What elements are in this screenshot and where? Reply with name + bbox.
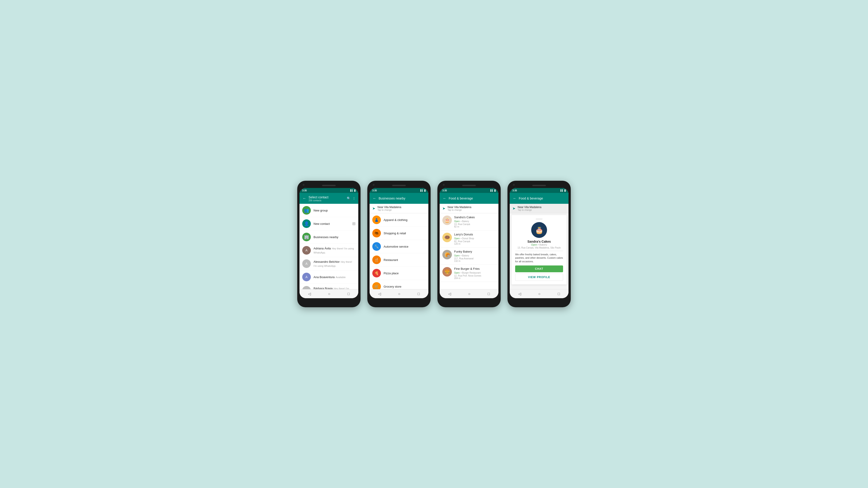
phone-bottom-2 (370, 298, 428, 305)
drag-handle (536, 219, 542, 219)
phone-2: 3:35 ▌▌ ▓ ← Businesses nearby ➤ Near Vil… (367, 181, 431, 307)
biz-larrys-info: Larry's Donuts Open • Donut Shop 82, Rua… (454, 233, 496, 245)
cat-auto-icon: 🔧 (372, 242, 381, 251)
back-button-4[interactable]: ← (513, 196, 517, 200)
back-nav-4[interactable]: ◁ (518, 292, 521, 296)
avatar-ana: A (302, 273, 311, 281)
biz-larrys[interactable]: 🍩 Larry's Donuts Open • Donut Shop 82, R… (440, 230, 498, 248)
cat-shopping[interactable]: 🛍 Shopping & retail (370, 227, 428, 240)
more-icon-1[interactable]: ⋮ (352, 197, 355, 200)
new-group-item[interactable]: 👥 New group (300, 204, 358, 217)
contact-ana[interactable]: A Ana Boaventura Available (300, 270, 358, 284)
back-button-2[interactable]: ← (372, 196, 377, 200)
cat-auto-label: Automotive service (383, 245, 408, 248)
qr-icon[interactable]: ⊞ (352, 221, 355, 226)
location-bar-2[interactable]: ➤ Near Vila Madalena Tap to change (370, 204, 428, 213)
new-contact-label: New contact (313, 222, 330, 225)
back-button-1[interactable]: ← (302, 196, 307, 200)
contact-ana-name: Ana Boaventura (313, 275, 335, 279)
biz-funky[interactable]: 🥐 Funky Bakery Open • Bakery 217, Rua Ar… (440, 248, 498, 265)
cat-apparel[interactable]: 👗 Apparel & clothing (370, 213, 428, 227)
bottom-nav-1: ◁ ○ □ (300, 289, 358, 298)
biz-burger-type: • Burger Restaurant (461, 271, 480, 274)
back-button-3[interactable]: ← (442, 196, 447, 200)
view-profile-button-4[interactable]: VIEW PROFILE (515, 273, 563, 281)
biz-card-container: 🎂 Sandra's Cakes Open • Bakery 13, Rua C… (510, 213, 568, 289)
back-nav-1[interactable]: ◁ (308, 292, 311, 296)
home-nav-3[interactable]: ○ (468, 292, 470, 296)
home-nav-1[interactable]: ○ (328, 292, 330, 296)
chat-button-4[interactable]: CHAT (515, 265, 563, 272)
location-bar-3[interactable]: ➤ Near Vila Madalena Tap to change (440, 204, 498, 213)
cat-restaurant[interactable]: 🍴 Restaurant (370, 253, 428, 267)
status-icons-1: ▌▌ ▓ (350, 189, 355, 192)
home-nav-4[interactable]: ○ (538, 292, 540, 296)
cat-grocery[interactable]: 🛒 Grocery store (370, 280, 428, 289)
phone-bottom-4 (510, 298, 568, 305)
biz-funky-open: Open (454, 254, 460, 257)
back-nav-3[interactable]: ◁ (448, 292, 451, 296)
cat-apparel-icon: 👗 (372, 216, 381, 224)
contact-ale-text: Alessandro Belchior Hey there! I'm using… (313, 260, 355, 268)
biz-sandras-addr: 13, Rua Caropá (454, 223, 496, 225)
toolbar-4: ← Food & beverage (510, 193, 568, 204)
contact-barbara[interactable]: B Bárbara Braga Hey there! I'm using Wha… (300, 284, 358, 289)
location-icon-4: ➤ (513, 206, 515, 210)
cat-auto[interactable]: 🔧 Automotive service (370, 240, 428, 253)
biz-burger-img: 🍔 (442, 267, 452, 276)
location-bar-4[interactable]: ➤ Near Vila Madalena Tap to change (510, 204, 568, 213)
bottom-nav-2: ◁ ○ □ (370, 289, 428, 298)
recents-nav-1[interactable]: □ (347, 292, 350, 296)
cat-grocery-label: Grocery store (383, 285, 401, 288)
contact-ale[interactable]: A Alessandro Belchior Hey there! I'm usi… (300, 257, 358, 270)
status-bar-2: 3:35 ▌▌ ▓ (370, 188, 428, 193)
category-list-2: 👗 Apparel & clothing 🛍 Shopping & retail… (370, 213, 428, 289)
toolbar-3: ← Food & beverage (440, 193, 498, 204)
new-contact-item[interactable]: 👤 New contact ⊞ (300, 217, 358, 230)
biz-card-type: Bakery (539, 243, 547, 246)
battery-icon-2: ▓ (424, 189, 426, 192)
contact-adriana[interactable]: A Adriana Ávila Hey there! I'm using Wha… (300, 244, 358, 257)
biz-sandras[interactable]: 🎂 Sandra's Cakes Open • Bakery 13, Rua C… (440, 213, 498, 230)
location-text-3: Near Vila Madalena Tap to change (447, 205, 496, 211)
location-tap-2: Tap to change (377, 209, 426, 211)
cat-pizza[interactable]: 🍕 Pizza place (370, 267, 428, 280)
toolbar-title-2: Businesses nearby (379, 197, 426, 200)
cat-restaurant-icon: 🍴 (372, 256, 381, 264)
avatar-barbara: B (302, 286, 311, 289)
recents-nav-3[interactable]: □ (488, 292, 490, 296)
contact-ana-text: Ana Boaventura Available (313, 275, 355, 279)
search-icon-1[interactable]: 🔍 (347, 197, 350, 200)
signal-icon-2: ▌▌ (421, 189, 423, 192)
biz-burger[interactable]: 🍔 Fine Burger & Fries Open • Burger Rest… (440, 265, 498, 282)
recents-nav-4[interactable]: □ (558, 292, 560, 296)
toolbar-2: ← Businesses nearby (370, 193, 428, 204)
biz-card-emoji: 🎂 (535, 226, 544, 234)
phone-3-screen: 3:35 ▌▌ ▓ ← Food & beverage ➤ Near Vila … (440, 188, 498, 298)
toolbar-title-3: Food & beverage (449, 197, 496, 200)
biz-sandras-info: Sandra's Cakes Open • Bakery 13, Rua Car… (454, 216, 496, 228)
biz-funky-name: Funky Bakery (454, 250, 496, 253)
businesses-nearby-item[interactable]: 🏢 Businesses nearby (300, 230, 358, 244)
location-name-4: Near Vila Madalena (518, 205, 566, 209)
biz-sandras-type: • Bakery (461, 220, 469, 223)
back-nav-2[interactable]: ◁ (378, 292, 381, 296)
biz-larrys-addr: 82, Rua Caropá (454, 240, 496, 242)
bottom-nav-3: ◁ ○ □ (440, 289, 498, 298)
businesses-nearby-text: Businesses nearby (313, 235, 355, 239)
battery-icon-3: ▓ (494, 189, 496, 192)
location-icon-3: ➤ (442, 206, 445, 210)
new-group-icon: 👥 (302, 206, 311, 215)
status-icons-3: ▌▌ ▓ (491, 189, 496, 192)
status-bar-1: 3:35 ▌▌ ▓ (300, 188, 358, 193)
location-name-2: Near Vila Madalena (377, 205, 426, 209)
location-tap-3: Tap to change (447, 209, 496, 211)
biz-funky-img: 🥐 (442, 250, 452, 259)
phone-4: 3:35 ▌▌ ▓ ← Food & beverage ➤ Near Vila … (507, 181, 571, 307)
status-icons-2: ▌▌ ▓ (421, 189, 426, 192)
bottom-nav-4: ◁ ○ □ (510, 289, 568, 298)
phone-1-screen: 3:35 ▌▌ ▓ ← Select contact 256 contacts … (300, 188, 358, 298)
biz-burger-name: Fine Burger & Fries (454, 267, 496, 270)
recents-nav-2[interactable]: □ (417, 292, 420, 296)
home-nav-2[interactable]: ○ (398, 292, 400, 296)
